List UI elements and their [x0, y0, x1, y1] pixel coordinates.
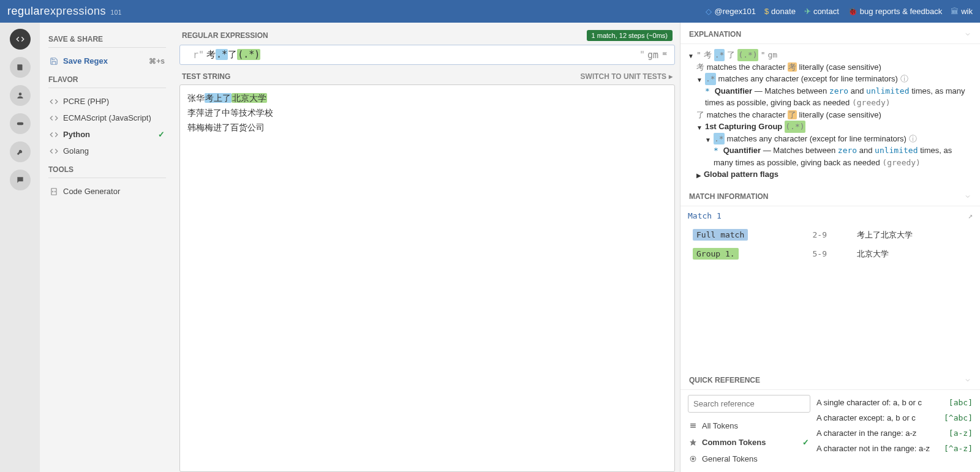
svg-rect-4: [690, 425, 696, 426]
rail-chat-button[interactable]: [10, 170, 31, 190]
user-icon: [16, 91, 24, 100]
svg-rect-1: [17, 122, 23, 125]
svg-rect-3: [690, 424, 696, 425]
pat-flags: gm: [768, 49, 778, 61]
match-row-group1[interactable]: Group 1. 5-9 北京大学: [688, 244, 973, 263]
svg-point-0: [18, 92, 21, 96]
regex-input[interactable]: r" 考.*了(.*) " gm: [179, 45, 675, 65]
caret-icon[interactable]: ▼: [696, 123, 703, 132]
qr-row-notabc[interactable]: A character except: a, b or c [^abc]: [816, 410, 973, 425]
logo[interactable]: regularexpressions 101: [7, 5, 122, 18]
chevron-right-icon: ▸: [669, 72, 673, 81]
qr-desc: A character except: a, b or c: [816, 413, 916, 422]
chat-icon: [16, 176, 24, 184]
qr-cat-common[interactable]: Common Tokens ✓: [688, 434, 810, 451]
exp-unlimited2: unlimited: [875, 146, 918, 155]
exp-le-tok: 了: [696, 110, 704, 119]
exp-le-t2: literally (case sensitive): [799, 110, 881, 119]
exp-kao-t1: matches the character: [707, 62, 788, 72]
quickref-label: QUICK REFERENCE: [689, 376, 760, 384]
donate-link[interactable]: $ donate: [764, 7, 796, 16]
switch-unit-tests-link[interactable]: SWITCH TO UNIT TESTS ▸: [581, 72, 673, 81]
match-tag-g1: Group 1.: [693, 248, 739, 260]
wiki-link[interactable]: 🏛 wik: [951, 7, 973, 16]
svg-rect-5: [690, 427, 696, 428]
exp-any-text: matches any character (except for line t…: [718, 73, 898, 85]
caret-icon[interactable]: ▶: [696, 171, 701, 180]
bugs-link[interactable]: 🐞 bug reports & feedback: [848, 7, 942, 16]
pat-kao: 考: [704, 49, 712, 61]
switch-unit-tests-label: SWITCH TO UNIT TESTS: [581, 72, 666, 81]
regex-prefix: [185, 50, 190, 61]
contact-link[interactable]: ✈ contact: [804, 7, 839, 16]
chevron-down-icon: [964, 376, 971, 384]
qr-token: [abc]: [949, 398, 973, 407]
explanation-body: ▼ " 考.*了(.*) " gm 考 matches the characte…: [680, 44, 980, 185]
qr-row-abc[interactable]: A single character of: a, b or c [abc]: [816, 395, 973, 410]
qr-token: [^abc]: [944, 413, 973, 422]
exp-and: and: [851, 86, 866, 96]
chevron-down-icon: [964, 193, 971, 200]
flavor-golang-label: Golang: [63, 146, 89, 155]
bug-icon: 🐞: [848, 7, 858, 16]
qr-cat-general-label: General Tokens: [702, 454, 758, 463]
left-panel: SAVE & SHARE Save Regex ⌘+s FLAVOR PCRE …: [40, 23, 175, 472]
twitter-link[interactable]: ◇ @regex101: [706, 7, 755, 16]
match-range-full: 2-9: [808, 225, 853, 244]
save-regex-button[interactable]: Save Regex ⌘+s: [48, 53, 166, 69]
regex-heading: REGULAR EXPRESSION 1 match, 12 steps (~0…: [179, 23, 675, 45]
exp-kao-t2: literally (case sensitive): [799, 62, 881, 72]
exp-quant-rest2: — Matches between: [763, 146, 838, 155]
qr-row-az[interactable]: A character in the range: a-z [a-z]: [816, 425, 973, 441]
pat-le: 了: [727, 49, 735, 61]
exp-quant-label2: Quantifier: [723, 146, 761, 155]
rail-account-button[interactable]: [10, 85, 31, 106]
quickref-heading[interactable]: QUICK REFERENCE: [680, 369, 980, 390]
match-info-heading[interactable]: MATCH INFORMATION: [680, 185, 980, 206]
exp-dotstar-tok2: .*: [714, 133, 725, 145]
flavor-golang[interactable]: Golang: [48, 143, 166, 159]
book-icon: [16, 63, 24, 72]
regex-flags-area[interactable]: " gm: [639, 50, 669, 61]
flavor-python[interactable]: Python ✓: [48, 126, 166, 143]
test-string-input[interactable]: 张华考上了北京大学 李萍进了中等技术学校 韩梅梅进了百货公司: [179, 84, 675, 472]
rail-library-button[interactable]: [10, 57, 31, 78]
flag-icon: [661, 51, 669, 59]
code-generator-button[interactable]: Code Generator: [48, 183, 166, 200]
app-header: regularexpressions 101 ◇ @regex101 $ don…: [0, 0, 980, 23]
qr-desc: A character in the range: a-z: [816, 429, 916, 438]
rail-quiz-button[interactable]: [10, 113, 31, 134]
help-icon[interactable]: ⓘ: [900, 73, 908, 85]
match-row-full[interactable]: Full match 2-9 考上了北京大学: [688, 225, 973, 244]
tok-group: (.*): [237, 49, 260, 60]
flavor-pcre[interactable]: PCRE (PHP): [48, 93, 166, 110]
test-l1a: 张华: [187, 93, 205, 103]
flavor-ecmascript[interactable]: ECMAScript (JavaScript): [48, 110, 166, 126]
save-icon: [50, 57, 58, 66]
flavor-python-label: Python: [63, 130, 90, 139]
caret-icon[interactable]: ▼: [696, 75, 703, 84]
caret-icon[interactable]: ▼: [705, 135, 711, 144]
rail-editor-button[interactable]: [10, 29, 31, 50]
exp-star-tok: *: [705, 86, 715, 96]
external-icon[interactable]: ↗: [968, 211, 973, 220]
logo-sub: 101: [111, 9, 122, 16]
qr-cat-general[interactable]: General Tokens: [688, 451, 810, 467]
qr-cat-common-label: Common Tokens: [702, 438, 766, 447]
caret-icon[interactable]: ▼: [688, 51, 694, 61]
test-l1c: 北京大学: [232, 93, 267, 103]
match-range-g1: 5-9: [808, 244, 853, 263]
check-icon: ✓: [158, 130, 165, 139]
code-icon: [50, 130, 58, 139]
match-val-full: 考上了北京大学: [852, 225, 973, 244]
qr-row-notaz[interactable]: A character not in the range: a-z [^a-z]: [816, 441, 973, 456]
twitter-label: @regex101: [714, 7, 755, 16]
test-string-heading: TEST STRING SWITCH TO UNIT TESTS ▸: [179, 65, 675, 84]
quickref-search-input[interactable]: [688, 395, 810, 413]
regex-flags: gm: [647, 50, 658, 61]
rail-settings-button[interactable]: [10, 141, 31, 162]
qr-cat-all[interactable]: All Tokens: [688, 418, 810, 434]
help-icon[interactable]: ⓘ: [909, 133, 917, 145]
exp-group-tok: (.*): [785, 121, 805, 133]
explanation-heading[interactable]: EXPLANATION: [680, 23, 980, 44]
